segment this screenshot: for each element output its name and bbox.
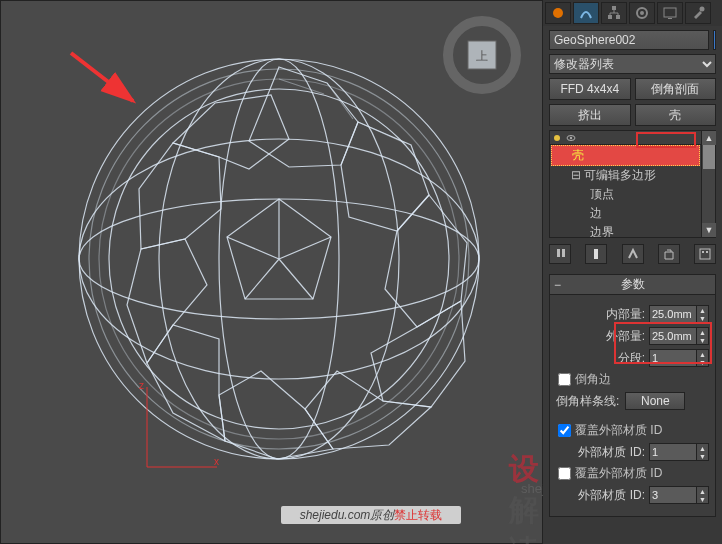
stack-shell[interactable]: 壳 (551, 145, 700, 166)
bevel-spline-none-button[interactable]: None (625, 392, 685, 410)
svg-point-2 (79, 139, 479, 379)
scroll-thumb[interactable] (703, 145, 715, 169)
stack-scrollbar[interactable]: ▲ ▼ (701, 131, 715, 237)
outer-amount-label: 外部量: (606, 328, 645, 345)
modifier-list-dropdown[interactable]: 修改器列表 (549, 54, 716, 74)
extrude-button[interactable]: 挤出 (549, 104, 631, 126)
outer-amount-spinner[interactable]: ▲▼ (649, 327, 709, 345)
tab-create-icon[interactable] (545, 2, 571, 24)
segments-spinner[interactable]: ▲▼ (649, 349, 709, 367)
svg-point-3 (219, 59, 339, 459)
stack-editable-poly[interactable]: ⊟ 可编辑多边形 (550, 166, 701, 185)
svg-rect-19 (608, 15, 612, 19)
configure-sets-icon[interactable] (694, 244, 716, 264)
scroll-down-icon[interactable]: ▼ (702, 223, 716, 237)
override-outer-matid2-checkbox[interactable]: 覆盖外部材质 ID (558, 465, 709, 482)
svg-point-8 (448, 21, 516, 89)
annotation-arrow (65, 47, 145, 107)
svg-rect-34 (706, 251, 708, 253)
svg-rect-30 (562, 249, 565, 257)
geosphere-wireframe (69, 49, 489, 469)
svg-text:上: 上 (476, 49, 488, 63)
bevel-edges-checkbox[interactable]: 倒角边 (558, 371, 709, 388)
modifier-stack: 壳 ⊟ 可编辑多边形 顶点 边 边界 多边形 元素 ▲ ▼ (549, 130, 716, 238)
svg-text:z: z (139, 380, 144, 391)
panel-tab-row (543, 0, 722, 26)
svg-line-11 (71, 53, 133, 101)
svg-rect-33 (702, 251, 704, 253)
svg-rect-31 (594, 249, 598, 259)
svg-rect-32 (700, 249, 710, 259)
view-cube: 上 (442, 15, 522, 95)
stack-vertex[interactable]: 顶点 (550, 185, 701, 204)
svg-rect-23 (664, 8, 676, 17)
svg-rect-29 (557, 249, 560, 257)
bevel-spline-label: 倒角样条线: (556, 393, 619, 410)
svg-rect-20 (616, 15, 620, 19)
collapse-icon: − (554, 278, 561, 292)
object-color-swatch[interactable] (713, 30, 716, 50)
make-unique-icon[interactable] (622, 244, 644, 264)
svg-rect-18 (612, 6, 616, 10)
svg-point-7 (99, 79, 459, 439)
svg-point-4 (159, 59, 399, 459)
params-rollup: − 参数 内部量: ▲▼ 外部量: ▲▼ 分段: (549, 274, 716, 517)
scroll-up-icon[interactable]: ▲ (702, 131, 716, 145)
bulb-icon (550, 132, 564, 144)
params-rollup-header[interactable]: − 参数 (550, 275, 715, 295)
spin-up-icon[interactable]: ▲ (697, 306, 708, 314)
tab-hierarchy-icon[interactable] (601, 2, 627, 24)
svg-point-26 (554, 135, 560, 141)
tab-modify-icon[interactable] (573, 2, 599, 24)
outer-matid-spinner[interactable]: ▲▼ (649, 443, 709, 461)
svg-point-28 (570, 136, 572, 138)
svg-point-0 (79, 59, 479, 459)
tab-motion-icon[interactable] (629, 2, 655, 24)
outer-matid2-spinner[interactable]: ▲▼ (649, 486, 709, 504)
inner-amount-spinner[interactable]: ▲▼ (649, 305, 709, 323)
tab-display-icon[interactable] (657, 2, 683, 24)
svg-point-1 (79, 199, 479, 319)
svg-rect-24 (668, 18, 672, 19)
svg-point-5 (109, 89, 449, 429)
tab-utilities-icon[interactable] (685, 2, 711, 24)
axis-gizmo: x z (137, 379, 227, 479)
svg-point-22 (640, 11, 644, 15)
inner-amount-label: 内部量: (606, 306, 645, 323)
stack-border[interactable]: 边界 (550, 223, 701, 237)
svg-point-6 (89, 69, 469, 449)
chamfer-profile-button[interactable]: 倒角剖面 (635, 78, 717, 100)
eye-icon (564, 132, 578, 144)
segments-label: 分段: (618, 350, 645, 367)
svg-text:x: x (214, 456, 219, 467)
viewport[interactable]: 上 x z 设解读 shejiedu.com shejiedu.com原创 禁止… (0, 0, 543, 544)
outer-matid-label: 外部材质 ID: (578, 444, 645, 461)
shell-button[interactable]: 壳 (635, 104, 717, 126)
svg-point-25 (700, 7, 705, 12)
watermark-logo: 设解读 (509, 449, 542, 544)
watermark-bar: shejiedu.com原创 禁止转载 (281, 506, 461, 524)
pin-stack-icon[interactable] (549, 244, 571, 264)
ffd-button[interactable]: FFD 4x4x4 (549, 78, 631, 100)
object-name-input[interactable] (549, 30, 709, 50)
stack-edge[interactable]: 边 (550, 204, 701, 223)
outer-matid2-label: 外部材质 ID: (578, 487, 645, 504)
svg-rect-9 (468, 41, 496, 69)
svg-point-17 (553, 8, 563, 18)
override-outer-matid-checkbox[interactable]: 覆盖外部材质 ID (558, 422, 709, 439)
remove-modifier-icon[interactable] (658, 244, 680, 264)
show-end-result-icon[interactable] (585, 244, 607, 264)
command-panel: 修改器列表 FFD 4x4x4 倒角剖面 挤出 壳 壳 ⊟ 可编辑多边形 顶点 … (543, 0, 722, 544)
spin-down-icon[interactable]: ▼ (697, 314, 708, 322)
